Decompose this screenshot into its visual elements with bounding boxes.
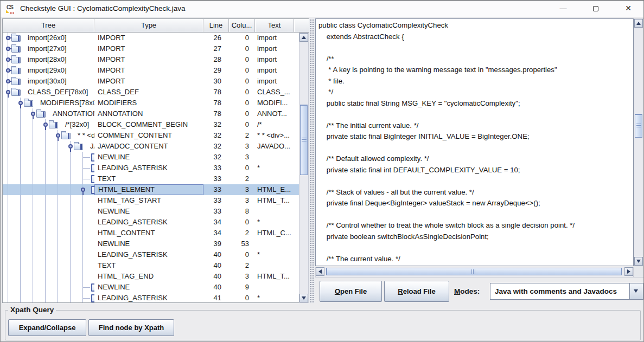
tree-node-label: import[28x0] [28,54,67,65]
tree-expanded-knob-icon[interactable] [43,122,48,127]
table-row[interactable]: HTML_CONTENT342HTML_C... [3,228,299,238]
scroll-down-button[interactable] [634,257,643,266]
table-row[interactable]: LEADING_ASTERISK410* [3,293,299,302]
find-node-by-xpath-button[interactable]: Find node by Xpath [88,319,174,336]
cell-type: JAVADOC_CONTENT [94,141,203,152]
scroll-right-button[interactable] [624,267,633,276]
scroll-up-button[interactable] [634,19,643,28]
source-code-view[interactable]: public class CyclomaticComplexityCheck e… [315,18,634,266]
cell-column: 3 [229,184,255,195]
cell-column: 2 [229,130,255,141]
parse-mode-combobox[interactable]: Java with comments and Javadocs [490,283,643,300]
table-row[interactable]: import[29x0]IMPORT290import [3,65,299,76]
reload-file-button[interactable]: Reload File [384,281,449,302]
split-pane-divider[interactable] [309,18,315,303]
cell-type: NEWLINE [94,238,203,249]
table-row[interactable]: import[27x0]IMPORT270import [3,43,299,54]
table-row[interactable]: ANNOTATION[78x0]ANNOTATION780ANNOT... [3,108,299,119]
table-row[interactable]: NEWLINE338 [3,206,299,217]
cell-type: NEWLINE [94,282,203,293]
tree-expanded-knob-icon[interactable] [68,144,73,149]
scroll-up-button[interactable] [299,33,308,42]
code-hscrollbar-thumb[interactable] [326,268,622,275]
folder-icon [24,100,33,107]
table-row[interactable]: import[30x0]IMPORT300import [3,76,299,87]
tree-expanded-knob-icon[interactable] [81,188,85,192]
column-header-text[interactable]: Text [255,19,294,32]
tree-scrollbar-thumb[interactable] [300,105,308,175]
column-header-column[interactable]: Colu... [229,19,255,32]
table-row[interactable]: NEWLINE409 [3,282,299,293]
scroll-down-button[interactable] [299,294,308,302]
tree-collapsed-knob-icon[interactable] [6,36,10,40]
tree-cell [3,152,94,163]
minimize-button[interactable]: — [551,1,576,17]
table-row[interactable]: CLASS_DEF[78x0]CLASS_DEF780CLASS_... [3,87,299,98]
cell-text: import [255,65,298,76]
table-header: Tree Type Line Colu... Text [3,19,308,33]
tree-collapsed-knob-icon[interactable] [6,79,10,83]
maximize-button[interactable] [583,1,608,17]
table-row[interactable]: TEXT402 [3,260,299,271]
cell-text [255,238,298,249]
cell-text [255,206,298,217]
scroll-grip-icon [471,269,476,274]
cell-text: * [255,293,298,302]
table-row[interactable]: import[26x0]IMPORT260import [3,33,299,43]
tree-vertical-scrollbar[interactable] [299,33,309,303]
table-row[interactable]: HTML_ELEMENT333HTML_E... [3,184,299,195]
cell-line: 32 [203,130,229,141]
tree-expanded-knob-icon[interactable] [18,101,23,105]
code-horizontal-scrollbar[interactable] [315,267,634,278]
table-row[interactable]: NEWLINE323 [3,152,299,163]
column-header-type[interactable]: Type [94,19,203,32]
find-node-label: Find node by Xpath [89,320,174,335]
combobox-arrow-button[interactable] [629,283,643,299]
table-row[interactable]: import[28x0]IMPORT280import [3,54,299,65]
tree-expanded-knob-icon[interactable] [31,112,35,116]
cell-column: 0 [229,65,255,76]
scroll-left-button[interactable] [316,267,324,276]
table-row[interactable]: NEWLINE3953 [3,238,299,249]
open-file-button[interactable]: Open File [320,281,382,302]
table-row[interactable]: LEADING_ASTERISK330* [3,163,299,173]
cell-line: 40 [203,260,229,271]
table-row[interactable]: MODIFIERS[78x0]MODIFIERS780MODIFI... [3,98,299,108]
expand-collapse-button[interactable]: Expand/Collapse [8,319,86,336]
cell-text: MODIFI... [255,98,298,108]
table-row[interactable]: HTML_TAG_START333HTML_T... [3,195,299,206]
tree-expanded-knob-icon[interactable] [6,90,10,94]
cell-text: HTML_C... [255,228,298,238]
folder-icon [11,79,21,85]
column-header-line[interactable]: Line [203,19,229,32]
cell-text: HTML_T... [255,195,298,206]
table-row[interactable]: TEXT332 [3,173,299,184]
column-header-tree[interactable]: Tree [3,19,94,32]
cell-text: import [255,54,298,65]
tree-cell: ANNOTATION[78x0] [3,108,94,119]
cell-line: 40 [203,282,229,293]
table-row[interactable]: LEADING_ASTERISK400* [3,249,299,260]
tree-rows: import[26x0]IMPORT260importimport[27x0]I… [3,33,308,302]
cell-type: HTML_CONTENT [94,228,203,238]
table-row[interactable]: /*[32x0]BLOCK_COMMENT_BEGIN320/* [3,119,299,130]
cell-column: 3 [229,271,255,282]
table-row[interactable]: HTML_TAG_END403HTML_T... [3,271,299,282]
scroll-down-icon [302,296,306,300]
tree-collapsed-knob-icon[interactable] [6,57,10,62]
table-row[interactable]: * * <div>COMMENT_CONTENT322* * <div>... [3,130,299,141]
tree-collapsed-knob-icon[interactable] [6,47,10,51]
table-row[interactable]: JAVADOC_CONTENT[32x3]JAVADOC_CONTENT323J… [3,141,299,152]
cell-text: CLASS_... [255,87,298,98]
parse-mode-value: Java with comments and Javadocs [495,283,627,299]
cell-column: 0 [229,43,255,54]
code-vscrollbar-thumb[interactable] [635,114,642,138]
tree-collapsed-knob-icon[interactable] [6,68,10,73]
table-row[interactable]: LEADING_ASTERISK340* [3,217,299,228]
tree-expanded-knob-icon[interactable] [56,133,60,138]
app-icon-dots [10,12,15,14]
code-vertical-scrollbar[interactable] [634,18,644,266]
cell-text: HTML_T... [255,271,298,282]
cell-column: 0 [229,98,255,108]
close-button[interactable]: ✕ [616,1,641,17]
